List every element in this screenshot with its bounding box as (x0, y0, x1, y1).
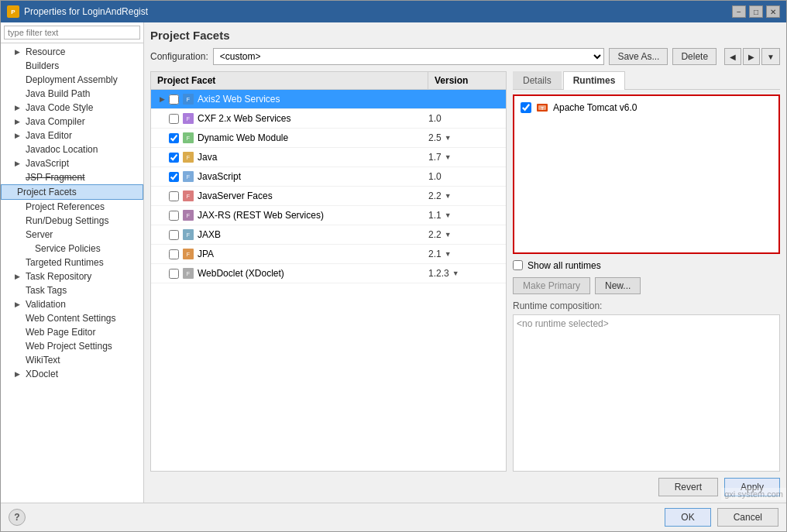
tree-item-project-facets[interactable]: Project Facets (1, 184, 143, 200)
nav-menu-button[interactable]: ▼ (761, 48, 780, 65)
tab-runtimes[interactable]: Runtimes (563, 71, 626, 90)
tree-item-task-repository[interactable]: ▶Task Repository (1, 269, 143, 283)
tree-item-task-tags[interactable]: Task Tags (1, 283, 143, 297)
tree-item-targeted-runtimes[interactable]: Targeted Runtimes (1, 256, 143, 269)
tree-arrow-icon: ▶ (15, 132, 22, 139)
facet-type-icon: F (182, 93, 194, 105)
facet-row[interactable]: FJava1.7▼ (151, 148, 506, 167)
facet-checkbox[interactable] (169, 153, 179, 163)
facet-row[interactable]: FDynamic Web Module2.5▼ (151, 129, 506, 148)
config-select[interactable]: <custom> (213, 48, 605, 65)
facet-row[interactable]: FJavaServer Faces2.2▼ (151, 187, 506, 206)
facet-checkbox[interactable] (169, 191, 179, 201)
facet-type-icon: F (182, 151, 194, 163)
tree-item-java-code-style[interactable]: ▶Java Code Style (1, 101, 143, 115)
tree-item-service-policies[interactable]: Service Policies (1, 242, 143, 256)
tree-item-javadoc-location[interactable]: Javadoc Location (1, 142, 143, 156)
tree-item-deployment-assembly[interactable]: Deployment Assembly (1, 73, 143, 87)
tree-item-web-page-editor[interactable]: Web Page Editor (1, 325, 143, 339)
tree-item-xdoclet[interactable]: ▶XDoclet (1, 367, 143, 381)
runtime-comp-label: Runtime composition: (513, 300, 780, 311)
facet-row[interactable]: FCXF 2.x Web Services1.0 (151, 109, 506, 129)
properties-window: P Properties for LoginAndRegist − □ ✕ ▶R… (0, 0, 787, 532)
facet-checkbox[interactable] (169, 249, 179, 259)
nav-back-button[interactable]: ◀ (724, 48, 741, 65)
facet-row[interactable]: FJPA2.1▼ (151, 245, 506, 264)
facet-label: JPA (198, 249, 214, 259)
version-dropdown-icon[interactable]: ▼ (445, 192, 452, 200)
maximize-button[interactable]: □ (749, 5, 763, 18)
facet-row[interactable]: FJAXB2.2▼ (151, 225, 506, 245)
tree-item-web-content-settings[interactable]: Web Content Settings (1, 311, 143, 325)
tree-item-wikitext[interactable]: WikiText (1, 353, 143, 367)
svg-text:F: F (187, 97, 190, 102)
close-button[interactable]: ✕ (766, 5, 780, 18)
new-button[interactable]: New... (595, 277, 641, 294)
tree-item-jsp-fragment[interactable]: JSP Fragment (1, 170, 143, 184)
facet-checkbox[interactable] (169, 269, 179, 279)
tree-item-javascript[interactable]: ▶JavaScript (1, 156, 143, 170)
svg-text:F: F (187, 116, 190, 122)
runtime-item[interactable]: TApache Tomcat v6.0 (517, 99, 775, 116)
facet-row[interactable]: FWebDoclet (XDoclet)1.2.3▼ (151, 264, 506, 283)
cancel-button[interactable]: Cancel (717, 508, 778, 527)
table-header: Project Facet Version (151, 72, 506, 90)
minimize-button[interactable]: − (732, 5, 746, 18)
facet-label: JAX-RS (REST Web Services) (198, 210, 324, 221)
tree-item-label: Java Compiler (26, 116, 85, 127)
tree-item-run/debug-settings[interactable]: Run/Debug Settings (1, 214, 143, 228)
tree-item-resource[interactable]: ▶Resource (1, 45, 143, 59)
facet-checkbox[interactable] (169, 211, 179, 221)
expand-arrow-icon[interactable]: ▶ (160, 95, 167, 103)
facet-checkbox[interactable] (169, 133, 179, 143)
facet-label: CXF 2.x Web Services (198, 113, 290, 124)
facet-version: 2.1▼ (428, 249, 506, 259)
version-dropdown-icon[interactable]: ▼ (445, 211, 452, 219)
content-area: ▶ResourceBuildersDeployment AssemblyJava… (1, 22, 786, 503)
show-all-row: Show all runtimes (513, 260, 780, 271)
version-dropdown-icon[interactable]: ▼ (445, 231, 452, 239)
facet-checkbox[interactable] (169, 94, 179, 105)
tree-item-builders[interactable]: Builders (1, 59, 143, 73)
facet-name-area: FWebDoclet (XDoclet) (182, 266, 428, 281)
tab-details[interactable]: Details (513, 71, 562, 89)
facet-row[interactable]: ▶FAxis2 Web Services (151, 90, 506, 109)
version-dropdown-icon[interactable]: ▼ (445, 250, 452, 258)
facet-checkbox[interactable] (169, 230, 179, 240)
tree-item-validation[interactable]: ▶Validation (1, 297, 143, 311)
tree-item-java-build-path[interactable]: Java Build Path (1, 87, 143, 101)
facet-name-area: FJava (182, 149, 428, 165)
left-panel: ▶ResourceBuildersDeployment AssemblyJava… (1, 22, 144, 503)
filter-input[interactable] (4, 26, 140, 39)
tree-item-java-compiler[interactable]: ▶Java Compiler (1, 115, 143, 129)
ok-button[interactable]: OK (665, 508, 710, 527)
tree-item-label: Server (26, 229, 53, 240)
facet-row[interactable]: FJAX-RS (REST Web Services)1.1▼ (151, 206, 506, 225)
version-dropdown-icon[interactable]: ▼ (445, 134, 452, 142)
tree-item-label: Run/Debug Settings (26, 215, 108, 226)
tree-item-server[interactable]: Server (1, 228, 143, 242)
version-dropdown-icon[interactable]: ▼ (452, 269, 459, 277)
facet-row[interactable]: FJavaScript1.0 (151, 167, 506, 187)
tree-item-java-editor[interactable]: ▶Java Editor (1, 129, 143, 142)
nav-forward-button[interactable]: ▶ (743, 48, 760, 65)
runtime-label: Apache Tomcat v6.0 (553, 102, 638, 113)
facet-name-area: FJPA (182, 246, 428, 262)
version-text: 2.5 (428, 132, 442, 143)
revert-button[interactable]: Revert (658, 478, 718, 496)
tree-item-label: Web Page Editor (26, 327, 96, 338)
help-button[interactable]: ? (9, 509, 26, 526)
facet-check-area (151, 211, 182, 221)
show-all-label: Show all runtimes (528, 260, 601, 271)
version-dropdown-icon[interactable]: ▼ (445, 153, 452, 161)
tree-item-web-project-settings[interactable]: Web Project Settings (1, 339, 143, 353)
runtime-checkbox[interactable] (521, 102, 531, 113)
make-primary-button[interactable]: Make Primary (513, 277, 590, 294)
save-as-button[interactable]: Save As... (609, 48, 668, 65)
facet-checkbox[interactable] (169, 172, 179, 182)
facet-checkbox[interactable] (169, 114, 179, 124)
tree-item-label: Task Tags (26, 285, 67, 296)
tree-item-project-references[interactable]: Project References (1, 200, 143, 214)
show-all-checkbox[interactable] (513, 260, 523, 270)
delete-button[interactable]: Delete (672, 48, 717, 65)
